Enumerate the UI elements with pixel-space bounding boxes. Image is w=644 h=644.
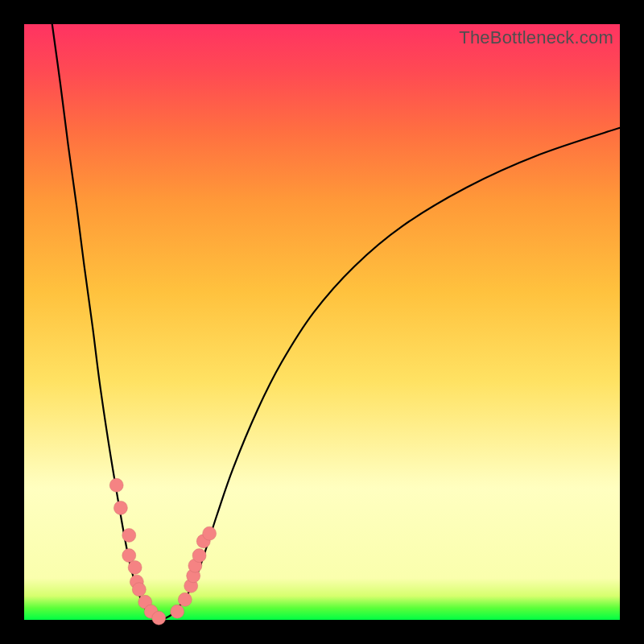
scatter-dot — [171, 605, 184, 618]
scatter-dot — [109, 478, 123, 492]
scatter-dot — [192, 549, 206, 563]
curve-left-branch — [52, 24, 157, 619]
chart-svg — [24, 24, 620, 620]
scatter-dot — [122, 528, 136, 542]
scatter-dot — [128, 560, 142, 574]
plot-area: TheBottleneck.com — [24, 24, 620, 620]
scatter-dot — [132, 583, 146, 597]
scatter-dot — [152, 611, 166, 625]
scatter-dot — [122, 549, 136, 563]
scatter-dot — [203, 526, 217, 540]
curve-right-branch — [165, 128, 620, 619]
outer-frame: TheBottleneck.com — [0, 0, 644, 644]
scatter-dot — [114, 501, 127, 514]
scatter-dots — [109, 478, 216, 625]
scatter-dot — [178, 592, 192, 606]
